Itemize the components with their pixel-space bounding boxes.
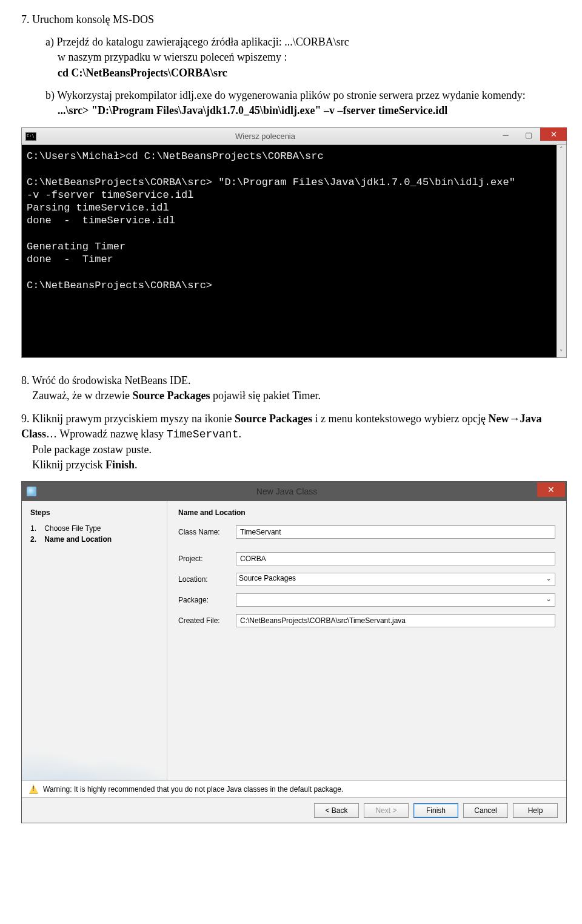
step-num: 1. (30, 524, 36, 533)
step7-a-sub: w naszym przypadku w wierszu poleceń wpi… (45, 50, 287, 65)
s9-a: 9. Kliknij prawym przyciskiem myszy na i… (21, 413, 235, 425)
class-name-label: Class Name: (178, 528, 230, 536)
cancel-button[interactable]: Cancel (463, 803, 508, 818)
scroll-down-icon[interactable]: ˅ (557, 348, 566, 357)
row-package: Package: (178, 593, 555, 607)
step7-a-cmd: cd C:\NetBeansProjects\CORBA\src (45, 66, 227, 81)
project-label: Project: (178, 555, 230, 563)
step9: 9. Kliknij prawym przyciskiem myszy na i… (21, 411, 561, 473)
step-num: 2. (30, 535, 36, 544)
location-value: Source Packages (239, 574, 296, 582)
step7-a: a) Przejdź do katalogu zawierającego źró… (21, 35, 561, 81)
step8-line1: 8. Wróć do środowiska NetBeans IDE. (21, 374, 190, 386)
step-label: Name and Location (44, 535, 112, 544)
step8-line2-c: pojawił się pakiet Timer. (210, 389, 321, 402)
step8: 8. Wróć do środowiska NetBeans IDE. Zauw… (21, 373, 561, 403)
cmd-output: C:\Users\Michał>cd C:\NetBeansProjects\C… (27, 150, 561, 292)
step7-a-line: a) Przejdź do katalogu zawierającego źró… (45, 36, 349, 48)
location-select[interactable]: Source Packages (236, 573, 555, 586)
s9-line3b: Finish (105, 459, 135, 471)
cmd-titlebar: Wiersz polecenia ─ ▢ ✕ (22, 128, 566, 145)
dialog-app-icon (27, 487, 36, 496)
back-button[interactable]: < Back (314, 803, 359, 818)
created-file-label: Created File: (178, 616, 230, 625)
maximize-button[interactable]: ▢ (517, 128, 540, 141)
s9-c: i z menu kontekstowego wybierz opcję (312, 413, 488, 425)
s9-b: Source Packages (235, 413, 312, 425)
package-select[interactable] (236, 593, 555, 607)
step7-b-cmd: ...\src> "D:\Program Files\Java\jdk1.7.0… (45, 103, 447, 118)
row-project: Project: (178, 552, 555, 565)
section-title: Name and Location (178, 508, 555, 517)
scroll-up-icon[interactable]: ˄ (557, 145, 566, 154)
package-label: Package: (178, 596, 230, 604)
cmd-scrollbar[interactable]: ˄ ˅ (557, 145, 566, 357)
steps-heading: Steps (30, 508, 158, 517)
row-created-file: Created File: (178, 614, 555, 627)
warning-bar: Warning: It is highly recommended that y… (22, 780, 566, 797)
step-label: Choose File Type (44, 524, 101, 533)
s9-g: . (238, 428, 241, 440)
s9-line3c: . (135, 459, 138, 471)
step7-b-line: b) Wykorzystaj prekompilator idlj.exe do… (45, 89, 526, 101)
cmd-body: C:\Users\Michał>cd C:\NetBeansProjects\C… (22, 145, 566, 357)
cmd-title: Wiersz polecenia (36, 132, 494, 141)
location-label: Location: (178, 575, 230, 584)
finish-button[interactable]: Finish (413, 803, 458, 818)
steps-panel: Steps 1. Choose File Type 2. Name and Lo… (22, 501, 167, 823)
step7-b: b) Wykorzystaj prekompilator idlj.exe do… (21, 88, 561, 118)
dialog-titlebar: New Java Class ✕ (22, 482, 566, 501)
minimize-button[interactable]: ─ (494, 128, 517, 141)
row-class-name: Class Name: (178, 525, 555, 539)
s9-line3a: Kliknij przycisk (21, 459, 105, 471)
dialog-main-panel: Name and Location Class Name: Project: L… (167, 501, 566, 823)
step-item-1: 1. Choose File Type (30, 523, 158, 534)
cmd-icon (25, 132, 36, 141)
dialog-body: Steps 1. Choose File Type 2. Name and Lo… (22, 501, 566, 823)
new-class-dialog: New Java Class ✕ Steps 1. Choose File Ty… (21, 481, 567, 823)
dialog-button-bar: < Back Next > Finish Cancel Help (22, 797, 566, 823)
steps-list: 1. Choose File Type 2. Name and Location (30, 523, 158, 545)
dialog-close-button[interactable]: ✕ (537, 482, 565, 497)
s9-e: … Wprowadź nazwę klasy (46, 428, 167, 440)
s9-f: TimeServant (167, 428, 239, 440)
dialog-title: New Java Class (36, 487, 537, 496)
row-location: Location: Source Packages (178, 573, 555, 586)
close-button[interactable]: ✕ (540, 127, 567, 141)
project-input (236, 552, 555, 565)
help-button[interactable]: Help (513, 803, 558, 818)
s9-line2: Pole package zostaw puste. (21, 443, 152, 456)
created-file-input (236, 614, 555, 627)
step8-line2-b: Source Packages (132, 389, 210, 402)
warning-text: Warning: It is highly recommended that y… (43, 785, 343, 794)
next-button[interactable]: Next > (364, 803, 409, 818)
cmd-window: Wiersz polecenia ─ ▢ ✕ C:\Users\Michał>c… (21, 127, 567, 358)
step8-line2-a: Zauważ, że w drzewie (21, 389, 132, 402)
step-item-2: 2. Name and Location (30, 534, 158, 545)
step7-title: 7. Uruchom konsolę MS-DOS (21, 12, 561, 27)
cmd-window-buttons: ─ ▢ ✕ (494, 128, 566, 144)
class-name-input[interactable] (236, 525, 555, 539)
warning-icon (29, 784, 38, 794)
